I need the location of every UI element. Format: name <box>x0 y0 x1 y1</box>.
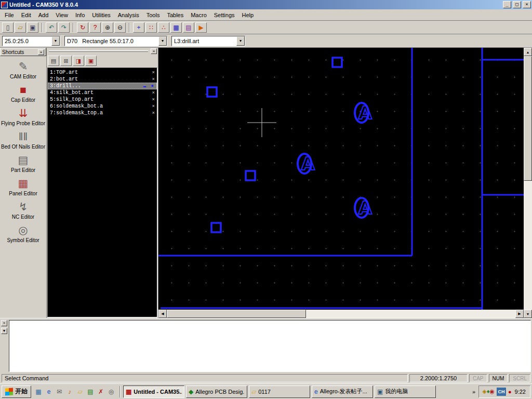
menu-add[interactable]: Add <box>35 10 52 20</box>
menu-analysis[interactable]: Analysis <box>114 10 143 20</box>
menu-file[interactable]: File <box>1 10 18 20</box>
menu-info[interactable]: Info <box>72 10 88 20</box>
shortcut-panel-editor[interactable]: ▦Panel Editor <box>0 176 46 196</box>
quick-launch-folder-icon[interactable]: ▱ <box>75 387 85 396</box>
redo-button[interactable]: ↷ <box>58 22 70 33</box>
command-input[interactable] <box>9 320 531 372</box>
layer-close-icon[interactable]: × <box>152 77 155 82</box>
close-icon[interactable]: × <box>38 49 44 55</box>
quick-launch-notes-icon[interactable]: ▤ <box>86 387 95 396</box>
start-button[interactable]: 开始 <box>2 385 31 398</box>
save-button[interactable]: ▣ <box>27 22 38 33</box>
close-icon[interactable]: × <box>151 48 157 54</box>
layer-row-5-silk-top-art[interactable]: 5:silk_top.art× <box>48 96 157 103</box>
close-button[interactable]: × <box>523 1 531 8</box>
vertical-scrollbar[interactable]: ▲ ▼ <box>524 48 532 318</box>
chevron-down-icon[interactable]: ▼ <box>158 36 167 46</box>
new-file-button[interactable]: ▯ <box>2 22 14 33</box>
menu-macro[interactable]: Macro <box>187 10 210 20</box>
layer-row-4-silk-bot-art[interactable]: 4:silk_bot.art× <box>48 89 157 96</box>
horizontal-scrollbar[interactable]: ◀ ▶ <box>158 310 524 318</box>
films-button[interactable]: ▤ <box>183 22 194 33</box>
horizontal-scroll-track[interactable] <box>306 310 515 318</box>
dcode-combo[interactable]: D70 Rectangle 55.0:17.0 ▼ <box>64 36 167 46</box>
menu-utilities[interactable]: Utilities <box>88 10 114 20</box>
menu-view[interactable]: View <box>52 10 72 20</box>
layer-row-6-soldemask-bot-a[interactable]: 6:soldemask_bot.a× <box>48 103 157 110</box>
restore-button[interactable]: □ <box>513 1 521 8</box>
layer-row-2-bot-art[interactable]: 2:bot.art× <box>48 76 157 83</box>
taskbar-task-allegro-pcb-desig[interactable]: ◆Allegro PCB Desig... <box>186 385 247 398</box>
menu-settings[interactable]: Settings <box>210 10 238 20</box>
pattern-button[interactable]: ▦ <box>170 22 182 33</box>
origin-button[interactable]: + <box>133 22 144 33</box>
scroll-up-icon[interactable]: ▲ <box>524 48 532 56</box>
layer-close-icon[interactable]: × <box>152 97 155 102</box>
scroll-left-icon[interactable]: ◀ <box>158 310 167 318</box>
grid-points-button[interactable]: ∴ <box>158 22 169 33</box>
taskbar-task-btn-4[interactable]: ▣我的电脑 <box>375 385 436 398</box>
shortcut-bed-of-nails-editor[interactable]: ‖‖Bed Of Nails Editor <box>0 129 46 150</box>
quick-launch-tool-icon[interactable]: ✗ <box>96 387 105 396</box>
layers-table-button[interactable]: ▤ <box>48 56 59 66</box>
horizontal-scroll-thumb[interactable] <box>167 310 306 318</box>
close-icon[interactable]: × <box>1 320 7 326</box>
layer-close-icon[interactable]: × <box>152 90 155 96</box>
chevron-down-icon[interactable]: ▼ <box>236 36 245 46</box>
drill-symbol-letter[interactable]: A <box>301 153 315 174</box>
layer-close-icon[interactable]: × <box>152 70 155 75</box>
shortcut-nc-editor[interactable]: ↯NC Editor <box>0 200 46 220</box>
menu-edit[interactable]: Edit <box>18 10 35 20</box>
layer-close-icon[interactable]: × <box>152 111 155 116</box>
taskbar-task-allegro[interactable]: eAllegro-发表帖子... <box>312 385 373 398</box>
shortcut-part-editor[interactable]: ▤Part Editor <box>0 153 46 173</box>
film-button[interactable]: ▣ <box>85 56 97 66</box>
chevron-down-icon[interactable]: ▼ <box>51 36 60 46</box>
scroll-down-icon[interactable]: ▼ <box>524 310 532 318</box>
quick-launch-app-icon[interactable]: ◎ <box>107 387 116 396</box>
vertical-scroll-thumb[interactable] <box>524 56 532 181</box>
layer-row-1-top-art[interactable]: 1:TOP.art× <box>48 69 157 76</box>
layer-row-7-soldemask-top-a[interactable]: 7:soldemask_top.a× <box>48 110 157 116</box>
grid-spacing-combo[interactable]: 25.0:25.0 ▼ <box>2 36 60 46</box>
tray-volume-icon[interactable]: ◈ <box>482 388 486 394</box>
menu-help[interactable]: Help <box>238 10 258 20</box>
tray-antivirus-icon[interactable]: ◉ <box>489 388 495 394</box>
drill-symbol-letter[interactable]: A <box>358 102 373 123</box>
quick-launch-mail-icon[interactable]: ✉ <box>55 387 64 396</box>
taskbar-overflow-chevron[interactable]: » <box>471 389 477 395</box>
layer-row-3-drill[interactable]: 3:drill...▬ ● <box>48 83 157 89</box>
menu-tools[interactable]: Tools <box>143 10 164 20</box>
redraw-button[interactable]: ↻ <box>77 22 88 33</box>
active-layer-combo[interactable]: L3:drill.art ▼ <box>171 36 245 46</box>
query-button[interactable]: ? <box>89 22 101 33</box>
shortcut-cap-editor[interactable]: ■Cap Editor <box>0 83 46 103</box>
macro-button[interactable]: ▶ <box>195 22 207 33</box>
quick-launch-media-icon[interactable]: ♪ <box>65 387 74 396</box>
minimize-button[interactable]: _ <box>503 1 511 8</box>
rectangle-pad[interactable] <box>332 58 342 67</box>
taskbar-task-0117[interactable]: ▱0117 <box>249 385 310 398</box>
grid-snap-button[interactable]: ∷ <box>145 22 157 33</box>
load-layer-button[interactable]: ◨ <box>73 56 84 66</box>
titlebar[interactable]: Untitled - CAM350 V 8.0.4 _ □ × <box>0 0 532 9</box>
zoom-in-button[interactable]: ⊕ <box>102 22 113 33</box>
tray-alert-icon[interactable]: ● <box>508 389 512 395</box>
rectangle-pad[interactable] <box>211 223 221 232</box>
open-file-button[interactable]: ▱ <box>15 22 26 33</box>
shortcut-flying-probe-editor[interactable]: ⇊Flying Probe Editor <box>0 106 46 126</box>
zoom-out-button[interactable]: ⊖ <box>114 22 126 33</box>
shortcut-cam-editor[interactable]: ✎CAM Editor <box>0 59 46 79</box>
drill-symbol-letter[interactable]: A <box>358 197 373 218</box>
layers-panel-titlebar[interactable]: × <box>47 48 158 55</box>
quick-launch-desktop-icon[interactable]: ▦ <box>34 387 43 396</box>
layer-close-icon[interactable]: × <box>152 104 155 109</box>
design-canvas[interactable]: AAA <box>158 48 524 310</box>
scroll-right-icon[interactable]: ▶ <box>515 310 524 318</box>
chevron-down-icon[interactable]: ▼ <box>1 328 7 334</box>
add-layer-button[interactable]: ⊞ <box>60 56 72 66</box>
drag-grip[interactable] <box>49 50 148 52</box>
quick-launch-ie-icon[interactable]: e <box>44 387 54 396</box>
undo-button[interactable]: ↶ <box>46 22 57 33</box>
shortcut-symbol-editor[interactable]: ◎Symbol Editor <box>0 223 46 243</box>
